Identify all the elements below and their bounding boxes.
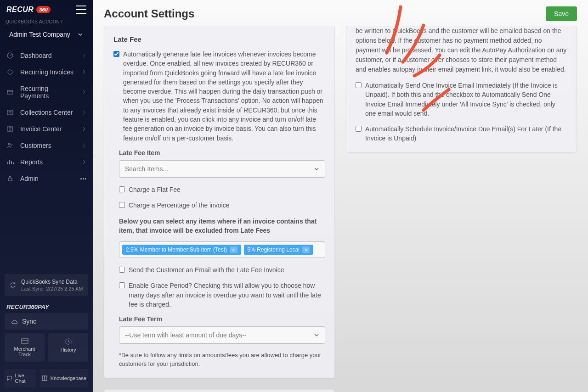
- nav-recurring-payments[interactable]: Recurring Payments: [0, 80, 93, 104]
- account-selector[interactable]: Admin Test Company: [4, 26, 89, 43]
- svg-rect-6: [8, 178, 12, 181]
- exclude-desc: Below you can select any items where if …: [119, 217, 325, 235]
- chevron-down-icon: [77, 31, 84, 38]
- right-options-card: be written to QuickBooks and the custome…: [346, 26, 577, 153]
- nav-recurring-invoices[interactable]: Recurring Invoices: [0, 64, 93, 80]
- chevron-right-icon: [82, 90, 86, 95]
- logo: RECUR 360: [6, 6, 51, 14]
- auto-late-fee-checkbox[interactable]: [113, 51, 119, 57]
- merchant-icon: [7, 338, 42, 344]
- auto-late-fee-desc: Automatically generate late fee invoices…: [123, 50, 325, 143]
- card-icon: [6, 89, 14, 96]
- chevron-down-icon: [314, 332, 319, 338]
- nav-dashboard[interactable]: Dashboard: [0, 47, 93, 64]
- autopay-card: AutoPay Authorization Settings Check the…: [104, 389, 335, 392]
- exclude-items-input[interactable]: 2.5% Member to Member:Sub Item (Test) × …: [119, 241, 325, 258]
- auto-schedule-checkbox[interactable]: [356, 126, 362, 132]
- grace-period-checkbox[interactable]: [119, 282, 125, 288]
- chevron-right-icon: [82, 70, 86, 74]
- sync-button[interactable]: Sync: [5, 313, 88, 330]
- lock-icon: [6, 175, 14, 182]
- cloud-sync-icon: [10, 318, 17, 325]
- sync-status-box[interactable]: QuickBooks Sync Data Last Sync: 2/27/25 …: [5, 274, 88, 296]
- chevron-right-icon: [82, 143, 86, 148]
- remove-tag-icon[interactable]: ×: [230, 246, 237, 253]
- menu-toggle-icon[interactable]: [76, 6, 86, 14]
- remove-tag-icon[interactable]: ×: [302, 246, 310, 253]
- auto-schedule-checkbox-row[interactable]: Automatically Schedule Invoice/Invoice D…: [356, 124, 567, 143]
- nav-collections-center[interactable]: Collections Center: [0, 104, 93, 121]
- more-icon: [80, 178, 86, 179]
- nav-customers[interactable]: Customers: [0, 137, 93, 154]
- nav-invoice-center[interactable]: Invoice Center: [0, 121, 93, 137]
- main-content: Account Settings Save Late Fee Automatic…: [93, 0, 588, 392]
- nav: Dashboard Recurring Invoices Recurring P…: [0, 47, 93, 269]
- book-icon: [41, 375, 48, 381]
- knowledgebase-link[interactable]: Knowledgebase: [40, 369, 88, 387]
- auto-late-fee-checkbox-row[interactable]: Automatically generate late fee invoices…: [113, 50, 325, 143]
- grace-period-checkbox-row[interactable]: Enable Grace Period? Checking this will …: [119, 281, 325, 309]
- chevron-down-icon: [314, 166, 319, 172]
- gauge-icon: [6, 52, 14, 59]
- late-fee-item-select[interactable]: Search Items...: [119, 160, 325, 178]
- flat-fee-checkbox[interactable]: [119, 186, 125, 192]
- late-fee-title: Late Fee: [113, 35, 325, 43]
- exclude-tag: 2.5% Member to Member:Sub Item (Test) ×: [122, 245, 241, 255]
- late-fee-term-label: Late Fee Term: [119, 315, 325, 323]
- auto-send-checkbox-row[interactable]: Automatically Send One Invoice Email Imm…: [356, 81, 567, 118]
- nav-reports[interactable]: Reports: [0, 154, 93, 170]
- people-icon: [6, 142, 14, 149]
- account-name: Admin Test Company: [9, 31, 70, 38]
- flat-fee-checkbox-row[interactable]: Charge a Flat Fee: [119, 185, 325, 194]
- sidebar: RECUR 360 QUICKBOOKS ACCOUNT: Admin Test…: [0, 0, 93, 392]
- chevron-right-icon: [82, 160, 86, 164]
- svg-rect-2: [7, 110, 13, 115]
- pay-header: RECUR360PAY: [5, 303, 88, 310]
- send-email-checkbox-row[interactable]: Send the Customer an Email with the Late…: [119, 265, 325, 274]
- chevron-right-icon: [82, 127, 86, 131]
- refresh-icon: [6, 68, 14, 76]
- svg-rect-7: [22, 339, 28, 343]
- merchant-track-button[interactable]: Merchant Track: [5, 333, 45, 362]
- bars-icon: [6, 158, 14, 166]
- right-overflow-text: be written to QuickBooks and the custome…: [356, 26, 567, 74]
- svg-point-4: [8, 143, 10, 145]
- auto-send-checkbox[interactable]: [356, 82, 362, 88]
- sync-title: QuickBooks Sync Data: [21, 279, 83, 285]
- send-email-checkbox[interactable]: [119, 267, 125, 273]
- svg-point-5: [11, 144, 12, 146]
- svg-rect-1: [7, 90, 13, 94]
- doc-icon: [6, 125, 14, 133]
- qb-account-label: QUICKBOOKS ACCOUNT:: [0, 19, 93, 26]
- history-button[interactable]: History: [48, 333, 88, 362]
- chevron-right-icon: [82, 110, 86, 115]
- clock-icon: [51, 338, 85, 345]
- pct-fee-checkbox-row[interactable]: Charge a Percentage of the invoice: [119, 201, 325, 210]
- save-button[interactable]: Save: [546, 6, 577, 21]
- exclude-tag: 5% Registering Local ×: [244, 245, 314, 255]
- sync-icon: [9, 281, 17, 289]
- chevron-right-icon: [82, 53, 86, 58]
- inbox-icon: [6, 109, 14, 116]
- late-fee-item-label: Late Fee Item: [119, 149, 325, 157]
- sync-subtitle: Last Sync: 2/27/25 2:25 AM: [21, 286, 83, 291]
- late-fee-footnote: *Be sure to follow any limits on amounts…: [119, 351, 325, 369]
- chat-icon: [6, 375, 12, 381]
- page-title: Account Settings: [104, 7, 194, 20]
- logo-text: RECUR: [6, 6, 34, 14]
- live-chat-link[interactable]: Live Chat: [5, 369, 36, 387]
- nav-admin[interactable]: Admin: [0, 170, 93, 187]
- late-fee-card: Late Fee Automatically generate late fee…: [104, 26, 335, 378]
- late-fee-term-select[interactable]: --Use term with least amount of due days…: [119, 326, 325, 344]
- pct-fee-checkbox[interactable]: [119, 202, 125, 208]
- logo-badge: 360: [36, 6, 50, 13]
